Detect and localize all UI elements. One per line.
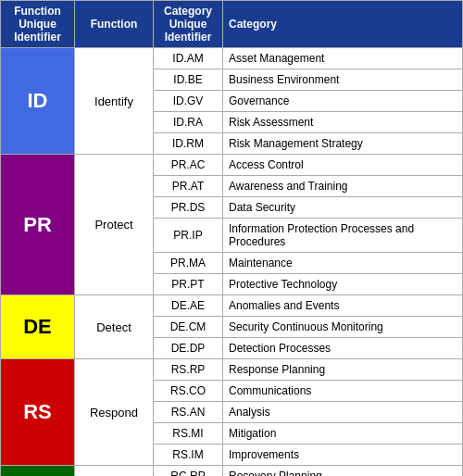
cat-uid-cell: PR.AT bbox=[154, 176, 223, 197]
cat-uid-cell: ID.GV bbox=[154, 91, 223, 112]
func-uid-cell: RC bbox=[1, 466, 75, 477]
header-func: Function bbox=[75, 1, 154, 48]
header-cat: Category bbox=[223, 1, 463, 48]
cat-name-cell: Data Security bbox=[223, 197, 463, 219]
func-uid-cell: ID bbox=[1, 48, 75, 155]
cat-name-cell: Recovery Planning bbox=[223, 466, 463, 477]
cat-name-cell: Improvements bbox=[223, 445, 463, 466]
table-row: RCRecoverRC.RPRecovery Planning bbox=[1, 466, 463, 477]
cat-name-cell: Maintenance bbox=[223, 253, 463, 274]
cat-name-cell: Business Environment bbox=[223, 69, 463, 91]
header-cat-uid: CategoryUniqueIdentifier bbox=[154, 1, 223, 48]
func-name-cell: Identify bbox=[75, 48, 154, 155]
table-row: RSRespondRS.RPResponse Planning bbox=[1, 359, 463, 381]
func-uid-cell: PR bbox=[1, 155, 75, 295]
table-row: DEDetectDE.AEAnomalies and Events bbox=[1, 295, 463, 317]
cat-name-cell: Awareness and Training bbox=[223, 176, 463, 197]
table-row: PRProtectPR.ACAccess Control bbox=[1, 155, 463, 176]
cat-uid-cell: RS.MI bbox=[154, 423, 223, 445]
func-uid-cell: DE bbox=[1, 295, 75, 359]
cat-uid-cell: RC.RP bbox=[154, 466, 223, 477]
table-row: IDIdentifyID.AMAsset Management bbox=[1, 48, 463, 69]
cat-name-cell: Risk Management Strategy bbox=[223, 133, 463, 155]
cat-uid-cell: DE.CM bbox=[154, 317, 223, 338]
cat-name-cell: Analysis bbox=[223, 402, 463, 423]
header-func-uid: FunctionUniqueIdentifier bbox=[1, 1, 75, 48]
func-name-cell: Protect bbox=[75, 155, 154, 295]
cat-uid-cell: PR.DS bbox=[154, 197, 223, 219]
cat-uid-cell: DE.AE bbox=[154, 295, 223, 317]
framework-table: FunctionUniqueIdentifier Function Catego… bbox=[0, 0, 463, 476]
cat-uid-cell: ID.BE bbox=[154, 69, 223, 91]
cat-uid-cell: PR.AC bbox=[154, 155, 223, 176]
cat-uid-cell: RS.CO bbox=[154, 381, 223, 402]
cat-name-cell: Asset Management bbox=[223, 48, 463, 69]
cat-name-cell: Response Planning bbox=[223, 359, 463, 381]
cat-uid-cell: ID.AM bbox=[154, 48, 223, 69]
cat-name-cell: Protective Technology bbox=[223, 274, 463, 295]
cat-uid-cell: PR.IP bbox=[154, 219, 223, 253]
cat-uid-cell: RS.AN bbox=[154, 402, 223, 423]
cat-uid-cell: ID.RA bbox=[154, 112, 223, 133]
cat-name-cell: Communications bbox=[223, 381, 463, 402]
cat-name-cell: Anomalies and Events bbox=[223, 295, 463, 317]
func-name-cell: Respond bbox=[75, 359, 154, 466]
cat-uid-cell: PR.MA bbox=[154, 253, 223, 274]
cat-name-cell: Access Control bbox=[223, 155, 463, 176]
cat-uid-cell: PR.PT bbox=[154, 274, 223, 295]
cat-name-cell: Governance bbox=[223, 91, 463, 112]
cat-name-cell: Risk Assessment bbox=[223, 112, 463, 133]
cat-uid-cell: DE.DP bbox=[154, 338, 223, 359]
func-uid-cell: RS bbox=[1, 359, 75, 466]
cat-uid-cell: RS.RP bbox=[154, 359, 223, 381]
cat-name-cell: Detection Processes bbox=[223, 338, 463, 359]
func-name-cell: Detect bbox=[75, 295, 154, 359]
cat-uid-cell: RS.IM bbox=[154, 445, 223, 466]
func-name-cell: Recover bbox=[75, 466, 154, 477]
cat-name-cell: Mitigation bbox=[223, 423, 463, 445]
cat-name-cell: Security Continuous Monitoring bbox=[223, 317, 463, 338]
cat-uid-cell: ID.RM bbox=[154, 133, 223, 155]
cat-name-cell: Information Protection Processes and Pro… bbox=[223, 219, 463, 253]
